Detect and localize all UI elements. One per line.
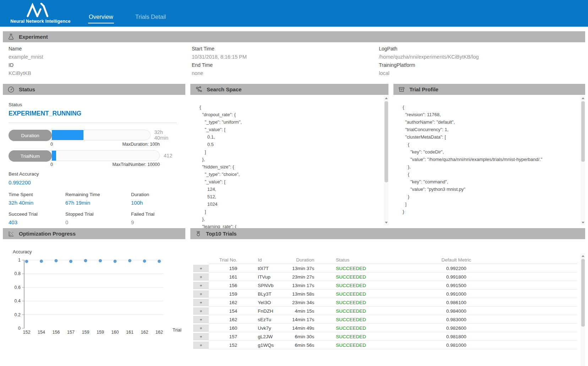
cell-metric: 0.984000 [385,308,527,314]
stat-value: 67h 19min [65,200,131,206]
cell-metric: 0.991800 [385,274,527,280]
top10-rows: +159t0I7T13min 37sSUCCEEDED0.992200+161I… [190,264,585,349]
top10-scrollbar[interactable] [581,253,585,366]
table-row: +162YeI3O23min 34sSUCCEEDED0.986100 [190,298,585,307]
cell-id: FnDZH [237,308,276,314]
status-label: Status [9,102,177,107]
stat-value: 32h 40min [9,200,65,206]
stat-label: Stopped Trial [65,211,131,217]
field-label: ID [9,61,192,69]
scroll-down-icon[interactable] [385,222,388,224]
navbar: Neural Network Intelligence Overview Tri… [0,0,588,27]
cell-status: SUCCEEDED [314,343,385,348]
top10-header-row: Trial No. Id Duration Status Default Met… [190,256,585,264]
duration-progress: Duration 32h 40min [9,129,177,141]
scroll-thumb[interactable] [581,101,585,162]
scroll-thumb[interactable] [581,259,585,327]
scroll-thumb[interactable] [385,101,388,182]
duration-progress-label: Duration [9,130,52,141]
field-value: KCiBytKB [9,69,192,77]
expand-row-button[interactable]: + [193,341,209,349]
cell-metric: 0.982600 [385,325,527,331]
status-value: EXPERIMENT_RUNNING [9,110,177,117]
expand-row-button[interactable]: + [193,299,209,306]
tab-trials-detail[interactable]: Trials Detail [135,14,167,23]
table-row: +160Uvk7y14min 49sSUCCEEDED0.982600 [190,324,585,332]
expand-row-button[interactable]: + [193,282,209,289]
stat-label: Remaining Time [65,192,131,197]
stat-item: Stopped Trial0 [65,211,131,225]
cell-duration: 23min 34s [276,300,314,305]
stat-value: 403 [9,219,65,225]
optimization-panel: Optimization Progress Accuracy00.20.40.6… [3,228,185,366]
table-row: +157gL2JW6min 30sSUCCEEDED0.981800 [190,332,585,341]
cell-trial-no: 156 [209,283,237,288]
cell-metric: 0.991500 [385,283,527,288]
trialnum-progress: TrialNum 412 [9,150,177,161]
top10-panel: Top10 Trials Trial No. Id Duration Statu… [190,228,585,366]
cell-id: SPNVb [237,283,276,288]
experiment-column: Start Time10/31/2018, 8:16:15 PMEnd Time… [192,45,379,77]
stat-label: Succeed Trial [9,211,65,217]
trialnum-progress-fill [52,151,56,161]
cell-status: SUCCEEDED [314,325,385,331]
field-label: End Time [192,61,379,69]
cell-trial-no: 162 [209,317,237,322]
table-row: +152g1WQs6min 56sSUCCEEDED0.981000 [190,341,585,349]
expand-row-button[interactable]: + [193,316,209,323]
status-stats: Time Spent32h 40minRemaining Time67h 19m… [9,192,177,225]
medal-icon [195,230,202,237]
field-value: 10/31/2018, 8:16:15 PM [192,53,379,61]
field-label: Start Time [192,45,379,53]
cell-duration: 4min 15s [276,308,314,314]
stat-item: Succeed Trial403 [9,211,65,225]
expand-row-button[interactable]: + [193,307,209,315]
search-space-panel: Search Space { "dropout_rate": { "_type"… [190,84,388,226]
top10-section-header: Top10 Trials [190,228,585,239]
cell-metric: 0.983000 [385,317,527,322]
expand-cell: + [190,265,209,272]
archive-box-icon [398,86,405,93]
top10-title: Top10 Trials [206,231,236,237]
cell-id: t0I7T [237,266,276,271]
experiment-section-header: Experiment [3,31,585,42]
experiment-fields: Nameexample_mnistIDKCiBytKBStart Time10/… [3,42,585,82]
scroll-up-icon[interactable] [582,255,584,257]
scroll-up-icon[interactable] [385,97,388,99]
stat-item: Failed Trial9 [131,211,177,225]
table-row: +154FnDZH4min 15sSUCCEEDED0.984000 [190,307,585,315]
col-id: Id [237,257,276,263]
nav-tabs: Overview Trials Detail [88,0,167,27]
brand-text: Neural Network Intelligence [10,19,70,24]
tab-overview[interactable]: Overview [88,14,114,23]
svg-text:0.8: 0.8 [15,271,21,276]
trial-profile-scrollbar[interactable] [581,96,585,225]
cell-status: SUCCEEDED [314,266,385,271]
search-space-scrollbar[interactable] [384,96,388,225]
expand-row-button[interactable]: + [193,290,209,298]
divider [9,123,177,123]
expand-row-button[interactable]: + [193,265,209,272]
cell-trial-no: 154 [209,308,237,314]
stat-label: Failed Trial [131,211,177,217]
cell-duration: 23min 27s [276,274,314,280]
expand-cell: + [190,333,209,340]
stat-label: Time Spent [9,192,65,197]
nni-brand: Neural Network Intelligence [5,0,76,27]
expand-row-button[interactable]: + [193,333,209,340]
svg-text:152: 152 [23,330,31,335]
cell-duration: 13min 17s [276,283,314,288]
experiment-title: Experiment [19,34,48,40]
stat-label: Duration [131,192,177,197]
expand-row-button[interactable]: + [193,324,209,332]
molecule-icon [195,86,202,93]
cell-trial-no: 159 [209,291,237,297]
svg-text:160: 160 [111,330,119,335]
cell-status: SUCCEEDED [314,283,385,288]
svg-text:0.6: 0.6 [15,285,21,290]
duration-progress-value: 32h 40min [154,129,177,141]
expand-row-button[interactable]: + [193,273,209,281]
scroll-up-icon[interactable] [582,97,584,99]
scroll-down-icon[interactable] [582,222,584,224]
cell-status: SUCCEEDED [314,291,385,297]
